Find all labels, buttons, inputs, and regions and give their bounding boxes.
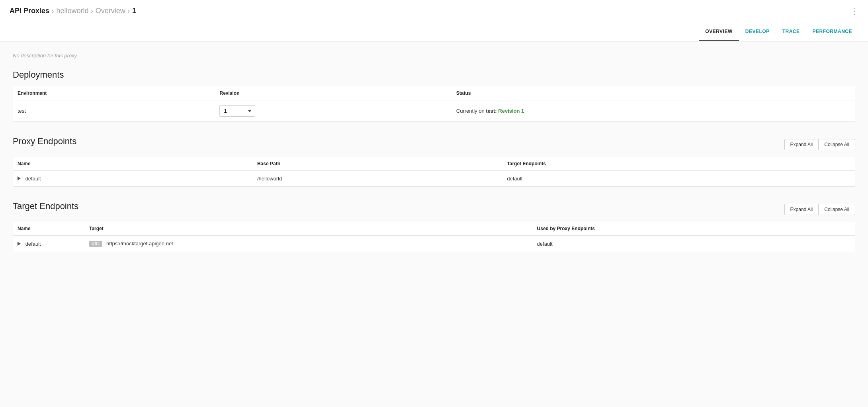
pe-row-name: default	[13, 171, 252, 187]
status-revision: Revision 1	[498, 108, 524, 114]
more-options-icon[interactable]: ⋮	[850, 6, 858, 16]
deployments-header-row: Environment Revision Status	[13, 86, 855, 100]
deployments-section: Deployments Environment Revision Status …	[13, 70, 855, 122]
deployments-col-status: Status	[452, 86, 855, 100]
te-row-used-by: default	[532, 236, 855, 252]
target-endpoints-title: Target Endpoints	[13, 201, 78, 211]
target-endpoints-controls: Expand All Collapse All	[784, 204, 855, 215]
breadcrumb-level1[interactable]: helloworld	[56, 7, 88, 15]
pe-name-text: default	[25, 176, 41, 182]
expand-row-arrow[interactable]	[18, 176, 21, 180]
tab-performance[interactable]: PERFORMANCE	[806, 23, 858, 41]
proxy-endpoints-header-row: Name Base Path Target Endpoints	[13, 157, 855, 171]
expand-row-arrow[interactable]	[18, 242, 21, 246]
pe-row-basepath: /helloworld	[252, 171, 502, 187]
pe-col-basepath: Base Path	[252, 157, 502, 171]
target-endpoints-collapse-all[interactable]: Collapse All	[818, 204, 855, 215]
deployments-title: Deployments	[13, 70, 855, 80]
breadcrumb-sep1: ›	[52, 8, 54, 15]
proxy-description: No description for this proxy.	[13, 51, 855, 59]
tab-overview[interactable]: OVERVIEW	[699, 23, 739, 41]
revision-select[interactable]: 1	[219, 105, 255, 117]
pe-row-target: default	[502, 171, 855, 187]
content-area: No description for this proxy. Deploymen…	[0, 41, 868, 407]
status-prefix: Currently on	[456, 108, 486, 114]
table-row: test 1 Currently on test: Revision 1	[13, 100, 855, 122]
breadcrumb-level2[interactable]: Overview	[96, 7, 125, 15]
proxy-endpoints-section: Proxy Endpoints Expand All Collapse All …	[13, 136, 855, 187]
target-endpoints-header-row: Name Target Used by Proxy Endpoints	[13, 222, 855, 236]
deployments-col-revision: Revision	[215, 86, 451, 100]
deployment-environment: test	[13, 100, 215, 122]
deployments-col-environment: Environment	[13, 86, 215, 100]
target-endpoints-table: Name Target Used by Proxy Endpoints defa…	[13, 222, 855, 252]
target-endpoints-header-row: Target Endpoints Expand All Collapse All	[13, 201, 855, 218]
proxy-endpoints-title: Proxy Endpoints	[13, 136, 76, 147]
te-col-name: Name	[13, 222, 84, 236]
tab-develop[interactable]: DEVELOP	[739, 23, 776, 41]
breadcrumb-current: 1	[132, 7, 136, 15]
target-endpoints-section: Target Endpoints Expand All Collapse All…	[13, 201, 855, 252]
deployment-revision-cell: 1	[215, 100, 451, 122]
te-target-url: https://mocktarget.apigee.net	[106, 241, 173, 247]
url-badge: URL	[89, 241, 102, 247]
table-row: default /helloworld default	[13, 171, 855, 187]
breadcrumb-sep2: ›	[91, 8, 93, 15]
proxy-endpoints-collapse-all[interactable]: Collapse All	[818, 139, 855, 150]
status-env: test	[486, 108, 495, 114]
tab-trace[interactable]: TRACE	[776, 23, 806, 41]
header-bar: API Proxies › helloworld › Overview › 1 …	[0, 0, 868, 22]
te-col-used-by: Used by Proxy Endpoints	[532, 222, 855, 236]
proxy-endpoints-table: Name Base Path Target Endpoints default …	[13, 157, 855, 187]
pe-col-target: Target Endpoints	[502, 157, 855, 171]
te-row-target: URL https://mocktarget.apigee.net	[84, 236, 532, 252]
tab-bar: OVERVIEW DEVELOP TRACE PERFORMANCE	[0, 22, 868, 41]
te-row-name: default	[13, 236, 84, 252]
deployment-status: Currently on test: Revision 1	[452, 100, 855, 122]
pe-col-name: Name	[13, 157, 252, 171]
breadcrumb-root[interactable]: API Proxies	[10, 7, 49, 15]
deployments-table: Environment Revision Status test 1 Curre…	[13, 86, 855, 122]
proxy-endpoints-header-row: Proxy Endpoints Expand All Collapse All	[13, 136, 855, 153]
te-name-text: default	[25, 241, 41, 247]
te-col-target: Target	[84, 222, 532, 236]
target-endpoints-expand-all[interactable]: Expand All	[784, 204, 819, 215]
breadcrumb-sep3: ›	[128, 8, 130, 15]
breadcrumb: API Proxies › helloworld › Overview › 1	[10, 7, 136, 15]
proxy-endpoints-controls: Expand All Collapse All	[784, 139, 855, 150]
table-row: default URL https://mocktarget.apigee.ne…	[13, 236, 855, 252]
proxy-endpoints-expand-all[interactable]: Expand All	[784, 139, 819, 150]
